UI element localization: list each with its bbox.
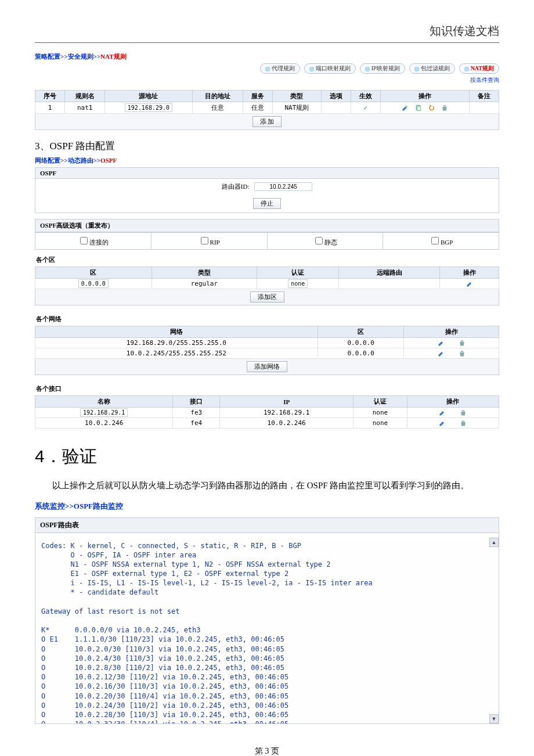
stop-button[interactable]: 停止 [253,198,281,209]
table-row: 0.0.0.0 regular none [35,279,499,289]
undo-icon[interactable] [428,105,435,111]
col-src: 源地址 [105,91,192,102]
col-ops: 操作 [407,396,499,408]
ospf-route-output: Codes: K - kernel, C - connected, S - st… [35,538,499,723]
col-name: 名称 [35,396,173,408]
page-number: 第 3 页 [35,745,499,757]
tab-nat-rule[interactable]: NAT规则 [459,63,499,74]
page-footer: 第 3 页 声明：文档所包含文字和图片版权均属联想网御科技（北京）有限公司所有，… [35,745,499,757]
svg-rect-2 [443,106,446,107]
edit-icon[interactable] [466,280,473,287]
add-area-button[interactable]: 添加区 [250,291,284,303]
col-no: 序号 [35,91,65,102]
col-remote: 远端路由 [339,267,440,279]
col-ops: 操作 [440,267,499,279]
search-by-condition-link[interactable]: 按条件查询 [470,77,499,83]
table-row: 1 nat1 192.168.29.0 任意 任意 NAT规则 ✓ [35,102,499,114]
edit-icon[interactable] [439,420,446,427]
routerid-input[interactable] [254,182,312,191]
cell-note [469,102,499,114]
crumb[interactable]: 网络配置 [35,157,60,164]
col-auth: 认证 [353,396,407,408]
edit-icon[interactable] [438,350,445,357]
if-auth: none [353,408,407,418]
delete-icon[interactable] [459,350,466,357]
if-ip: 10.0.2.246 [220,418,353,429]
ifs-table: 名称 接口 IP 认证 操作 192.168.29.1 fe3 192.168.… [35,395,499,429]
col-svc: 服务 [243,91,272,102]
scroll-down-icon[interactable]: ▼ [489,714,499,723]
cell-svc: 任意 [243,102,272,114]
if-port: fe4 [173,418,220,429]
copy-icon[interactable] [415,105,422,111]
ospf-panel-title: OSPF [35,168,499,179]
section-3-heading: 3、OSPF 路由配置 [35,139,499,153]
col-dst: 目的地址 [192,91,243,102]
delete-icon[interactable] [460,420,467,427]
tab-proxy-rule[interactable]: 代理规则 [260,63,300,74]
crumb[interactable]: 安全规则 [68,53,93,60]
table-row: 192.168.29.1 fe3 192.168.29.1 none [35,408,499,418]
if-name: 10.0.2.246 [35,418,173,429]
add-net-button[interactable]: 添加网络 [247,361,287,372]
tab-ipmap-rule[interactable]: IP映射规则 [360,63,405,74]
ifs-title: 各个接口 [36,384,498,393]
nat-rule-table: 序号 规则名 源地址 目的地址 服务 类型 选项 生效 操作 备注 1 nat1… [35,90,499,114]
nets-title: 各个网络 [36,315,498,323]
cell-src[interactable]: 192.168.29.0 [125,103,172,112]
chk-bgp[interactable] [431,237,439,244]
table-row: 10.0.2.245/255.255.255.252 0.0.0.0 [35,348,499,359]
chk-rip[interactable] [201,237,208,244]
net-area: 0.0.0.0 [317,348,404,359]
edit-icon[interactable] [402,105,409,111]
cell-opt [321,102,351,114]
if-ip: 192.168.29.1 [220,408,353,418]
breadcrumb-network: 网络配置>>动态路由>>OSPF [35,156,499,165]
svg-rect-1 [417,106,420,111]
tab-portmap-rule[interactable]: 端口映射规则 [304,63,356,74]
delete-icon[interactable] [441,105,448,111]
chk-connected[interactable] [80,237,88,244]
area-id[interactable]: 0.0.0.0 [78,279,109,288]
crumb[interactable]: 策略配置 [35,53,60,60]
rule-tabs: 代理规则 端口映射规则 IP映射规则 包过滤规则 NAT规则 [35,63,499,74]
net-area: 0.0.0.0 [317,338,404,348]
crumb[interactable]: 动态路由 [68,157,93,164]
dot-icon [309,67,314,71]
ospf-route-title: OSPF路由表 [35,518,499,533]
ospf-route-panel: OSPF路由表 ▲ Codes: K - kernel, C - connect… [35,517,499,724]
cell-name: nat1 [65,102,105,114]
delete-icon[interactable] [459,340,466,347]
scroll-up-icon[interactable]: ▲ [489,538,499,547]
cell-type: NAT规则 [272,102,321,114]
col-ip: IP [220,396,353,408]
routerid-label: 路由器ID: [222,183,250,190]
lbl-static: 静态 [324,239,337,246]
area-remote [339,279,440,289]
edit-icon[interactable] [438,340,445,347]
col-ops: 操作 [380,91,469,102]
crumb-current: NAT规则 [100,53,126,60]
delete-icon[interactable] [460,409,467,416]
col-eff: 生效 [351,91,380,102]
col-ops: 操作 [404,326,499,338]
section-4-heading: 4．验证 [35,445,499,469]
area-auth[interactable]: none [288,279,308,288]
edit-icon[interactable] [439,409,446,416]
chk-static[interactable] [315,237,323,244]
tab-filter-rule[interactable]: 包过滤规则 [409,63,455,74]
add-button[interactable]: 添 加 [252,116,282,127]
col-name: 规则名 [65,91,105,102]
cell-no: 1 [35,102,65,114]
monitor-breadcrumb: 系统监控>>OSPF路由监控 [35,501,499,512]
lbl-bgp: BGP [441,239,453,246]
dot-icon [265,67,270,71]
ospf-adv-panel: OSPF高级选项（重发布） 连接的 RIP 静态 BGP [35,219,499,250]
dot-icon [464,67,469,71]
col-type: 类型 [272,91,321,102]
if-auth: none [353,418,407,429]
lbl-connected: 连接的 [89,239,109,246]
svg-rect-6 [462,421,465,422]
if-name[interactable]: 192.168.29.1 [80,408,128,417]
col-area: 区 [35,267,152,279]
